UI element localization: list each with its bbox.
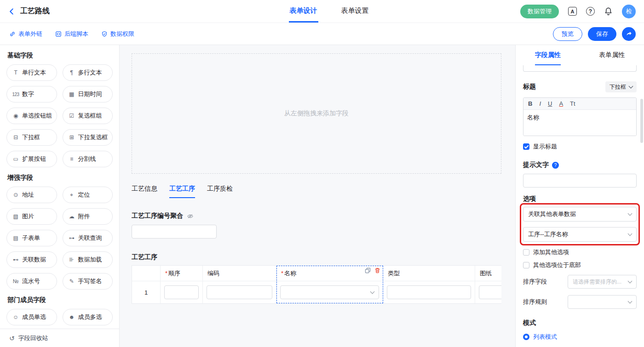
field-type-radio-group[interactable]: ◉单选按钮组: [6, 108, 57, 124]
chevron-down-icon: [628, 211, 632, 216]
share-button[interactable]: [622, 27, 636, 41]
field-type-divider[interactable]: ≡分割线: [63, 151, 113, 167]
aggregate-field[interactable]: 工艺工序编号聚合: [132, 212, 501, 239]
title-rich-editor: B I U A Tt 名称: [523, 97, 637, 136]
data-permission-button[interactable]: 数据权限: [101, 30, 134, 38]
add-other-option-row[interactable]: 添加其他选项: [523, 248, 637, 256]
field-type-image[interactable]: ▧图片: [6, 208, 57, 225]
field-type-signature[interactable]: ✎手写签名: [63, 273, 113, 290]
field-type-checkbox-group[interactable]: ☑复选框组: [63, 108, 113, 124]
field-type-label: 数据加载: [78, 256, 102, 264]
column-header-order[interactable]: 顺序: [161, 266, 203, 281]
sort-rule-select[interactable]: [568, 295, 637, 309]
other-option-bottom-checkbox[interactable]: [523, 262, 529, 268]
user-avatar[interactable]: 检: [622, 5, 636, 18]
field-type-data-load[interactable]: ⊪数据加载: [63, 251, 113, 268]
title-editor-content[interactable]: 名称: [523, 110, 636, 136]
hint-help-icon[interactable]: ?: [552, 162, 559, 169]
tab-process-steps[interactable]: 工艺工序: [169, 185, 195, 198]
type-input[interactable]: [387, 285, 471, 299]
field-type-single-line-text[interactable]: T单行文本: [6, 64, 57, 81]
underline-button[interactable]: U: [548, 100, 552, 107]
list-mode-label: 列表模式: [533, 333, 557, 341]
option-source-select[interactable]: 关联其他表单数据: [523, 207, 637, 222]
field-type-member-multi[interactable]: ☻成员多选: [63, 309, 113, 325]
dropdown-icon: ⊟: [12, 134, 19, 141]
preview-button[interactable]: 预览: [553, 27, 582, 41]
subform-title: 工艺工序: [132, 253, 501, 262]
field-type-subform[interactable]: ▤子表单: [6, 230, 57, 246]
field-recycle-bin[interactable]: ↺ 字段回收站: [0, 329, 119, 347]
bold-button[interactable]: B: [528, 100, 532, 107]
member-multi-icon: ☻: [68, 314, 75, 320]
chevron-down-icon: [628, 299, 632, 303]
option-field-select[interactable]: 工序--工序名称: [523, 227, 637, 242]
delete-column-icon[interactable]: [374, 267, 380, 273]
field-type-label: 扩展按钮: [22, 155, 46, 163]
code-input[interactable]: [207, 285, 272, 299]
add-other-option-checkbox[interactable]: [523, 249, 529, 256]
sort-field-select[interactable]: 请选择需要排序的...: [568, 275, 637, 289]
field-type-datetime[interactable]: ▦日期时间: [63, 86, 113, 102]
rich-text-toolbar: B I U A Tt: [523, 98, 636, 110]
name-select[interactable]: [280, 285, 379, 299]
hint-text-label: 提示文字: [523, 161, 549, 169]
field-type-multiline-text[interactable]: ¶多行文本: [63, 64, 113, 81]
order-input[interactable]: [164, 285, 199, 299]
aggregate-input[interactable]: [132, 225, 217, 239]
dropzone[interactable]: 从左侧拖拽来添加字段: [132, 53, 501, 174]
field-type-extend-button[interactable]: ▭扩展按钮: [6, 151, 57, 167]
field-type-serial-number[interactable]: №流水号: [6, 273, 57, 290]
data-permission-label: 数据权限: [110, 30, 134, 38]
help-icon[interactable]: ?: [586, 7, 595, 16]
back-icon[interactable]: [7, 7, 16, 16]
column-header-code[interactable]: 编码: [203, 266, 276, 281]
field-type-location[interactable]: ⌖定位: [63, 187, 113, 203]
field-type-label: 手写签名: [78, 277, 102, 285]
backend-script-button[interactable]: 后端脚本: [55, 30, 88, 38]
field-type-linked-data[interactable]: ⊷关联数据: [6, 251, 57, 268]
other-option-bottom-row[interactable]: 其他选项位于底部: [523, 261, 637, 269]
list-mode-row[interactable]: 列表模式: [523, 333, 637, 341]
field-type-dropdown[interactable]: ⊟下拉框: [6, 129, 57, 146]
field-type-label: 成员多选: [78, 313, 102, 321]
duplicate-column-icon[interactable]: [365, 267, 371, 273]
drawing-input[interactable]: [479, 285, 501, 299]
cell-name: [276, 281, 383, 303]
notification-bell-icon[interactable]: [604, 7, 613, 16]
column-header-type[interactable]: 类型: [383, 266, 475, 281]
tab-step-inspection[interactable]: 工序质检: [207, 185, 233, 198]
tab-field-properties[interactable]: 字段属性: [516, 45, 580, 65]
field-type-linked-query[interactable]: ⊶关联查询: [63, 230, 113, 246]
italic-button[interactable]: I: [539, 100, 541, 107]
field-type-number[interactable]: 123数字: [6, 86, 57, 102]
row-index-cell: 1: [132, 281, 161, 303]
column-header-index: [132, 266, 161, 281]
data-manage-button[interactable]: 数据管理: [520, 5, 559, 18]
widget-type-selector[interactable]: 下拉框: [605, 81, 637, 92]
translate-icon[interactable]: A: [568, 7, 577, 16]
subform-field[interactable]: 工艺工序 顺序 编码 名称 类型 图纸 1: [132, 253, 501, 304]
field-type-dropdown-multi[interactable]: ⊞下拉复选框: [63, 129, 113, 146]
tab-process-info[interactable]: 工艺信息: [132, 185, 157, 198]
show-title-checkbox[interactable]: [523, 143, 529, 150]
field-type-label: 数字: [22, 90, 34, 98]
field-type-label: 下拉框: [22, 133, 40, 142]
title-label: 标题: [523, 83, 536, 91]
save-button[interactable]: 保存: [588, 27, 616, 41]
tab-form-properties[interactable]: 表单属性: [580, 45, 644, 65]
column-header-drawing[interactable]: 图纸: [475, 266, 501, 281]
field-type-member-single[interactable]: ☺成员单选: [6, 309, 57, 325]
field-type-attachment[interactable]: ☁附件: [63, 208, 113, 225]
font-size-button[interactable]: Tt: [570, 100, 575, 107]
attachment-icon: ☁: [68, 213, 75, 220]
external-link-button[interactable]: 表单外链: [9, 30, 42, 38]
field-type-address[interactable]: ⊙地址: [6, 187, 57, 203]
panel-scrollbar-thumb[interactable]: [640, 99, 643, 143]
tab-form-settings[interactable]: 表单设置: [340, 0, 370, 23]
hint-text-input[interactable]: [523, 174, 637, 188]
show-title-row[interactable]: 显示标题: [523, 142, 637, 151]
font-color-button[interactable]: A: [559, 100, 563, 107]
list-mode-radio[interactable]: [523, 334, 529, 340]
tab-form-design[interactable]: 表单设计: [289, 0, 318, 23]
